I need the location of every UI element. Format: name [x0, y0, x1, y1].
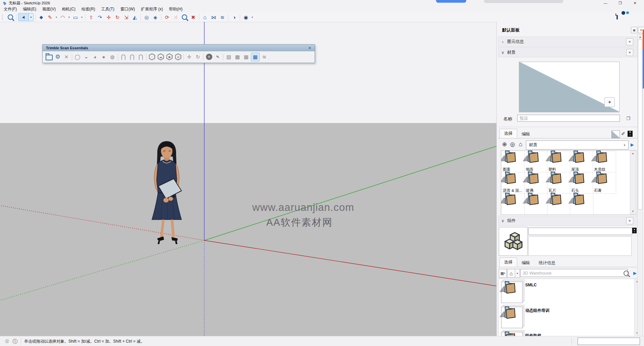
account-dropdown[interactable]: ▾ — [251, 16, 254, 19]
menu-extensions[interactable]: 扩展程序 (x) — [138, 6, 166, 12]
panel-pin-button[interactable]: ▣ — [631, 27, 637, 33]
rotate-point-cloud-button[interactable]: ↻ — [194, 53, 202, 61]
scan-inspect-button[interactable]: ◉ — [165, 53, 173, 61]
scale-tool[interactable]: ⇲ — [122, 13, 130, 21]
details-arrow-button[interactable]: ▶ — [629, 141, 636, 148]
close-button[interactable]: ✕ — [629, 0, 641, 6]
scroll-up-arrow[interactable]: ▲ — [638, 36, 643, 39]
zoom-extents-tool[interactable]: ✖ — [189, 13, 197, 21]
flip-along-tool[interactable]: ◭ — [131, 13, 139, 21]
mesh-active-button[interactable]: ▦ — [251, 53, 260, 61]
entity-info-section-header[interactable]: › 图元信息 ✕ — [498, 37, 643, 47]
menu-view[interactable]: 视图(V) — [39, 6, 59, 12]
arc-tool-dropdown[interactable]: ▾ — [67, 16, 71, 19]
component-item-label[interactable]: SMLC — [525, 283, 537, 287]
get-models-3d-warehouse-button[interactable]: ⌂ — [201, 13, 209, 21]
display-secondary-pane-button[interactable]: ▼ + — [628, 131, 633, 137]
tray-scrollbar-thumb[interactable] — [638, 40, 642, 210]
toolbar-drag-handle[interactable] — [2, 14, 4, 20]
mesh-simplify-button[interactable]: ▦ — [242, 53, 250, 61]
move-tool[interactable]: ✛ — [105, 13, 113, 21]
rotate-tool[interactable]: ↻ — [113, 13, 121, 21]
scan-settings-button[interactable]: ⚙ — [54, 53, 62, 61]
snap-disabled-button[interactable]: ⋂ — [119, 53, 127, 61]
scan-remove-button[interactable]: ✕ — [62, 53, 70, 61]
components-tab-statistics[interactable]: 统计信息 — [534, 259, 560, 267]
set-material-to-paint-button[interactable]: ◎ — [509, 140, 516, 148]
paint-bucket-tool[interactable]: ◈ — [151, 13, 159, 21]
point-density-full-button[interactable]: ● — [100, 53, 108, 61]
model-viewport[interactable]: www.aaruanjian.com AA软件素材网 Trimble Scan … — [0, 22, 496, 336]
point-cloud-region-button[interactable]: ☁ — [157, 53, 165, 61]
search-button[interactable] — [624, 271, 629, 277]
material-folder[interactable]: 木质纹 — [593, 151, 616, 173]
line-tool-dropdown[interactable]: ▾ — [55, 16, 58, 19]
materials-section-header[interactable]: ∨ 材质 ✕ — [498, 47, 643, 57]
select-tool-active[interactable]: ➤ ▾ — [18, 13, 34, 21]
geolocation-icon[interactable]: ☉ — [3, 336, 11, 346]
components-section-header[interactable]: ∨ 组件 ✕ — [498, 216, 643, 226]
scan-open-button[interactable] — [45, 53, 53, 61]
snap-partial-button[interactable]: ⋂ — [137, 53, 145, 61]
material-folder[interactable]: 沥青 & 混... — [501, 172, 525, 194]
materials-tab-edit[interactable]: 编辑 — [517, 130, 534, 138]
material-folder[interactable] — [570, 193, 593, 215]
components-tab-edit[interactable]: 编辑 — [517, 259, 534, 267]
add-location-button[interactable]: ◑ — [230, 13, 238, 21]
menu-file[interactable]: 文件(F) — [1, 6, 20, 12]
materials-grid-scrollbar[interactable]: ▲ ▼ — [630, 151, 636, 214]
scan-layers-button[interactable]: ≋ — [260, 53, 268, 61]
component-folder-thumb[interactable] — [501, 307, 523, 328]
component-secondary-pane-button[interactable]: ▼ + — [632, 228, 637, 233]
material-folder[interactable]: 瓦片 — [547, 172, 571, 194]
trimble-scan-essentials-toolbar[interactable]: Trimble Scan Essentials ✕ ⚙ ✕ ◯ ◒ ◕ ● ◍ … — [42, 44, 315, 63]
material-folder[interactable] — [524, 193, 548, 215]
orbit-tool[interactable]: ⟳ — [163, 13, 171, 21]
zoom-window-tool[interactable] — [6, 13, 14, 21]
entity-info-close-button[interactable]: ✕ — [626, 38, 633, 45]
mesh-dense-button[interactable]: ▩ — [233, 53, 241, 61]
move-point-cloud-button[interactable]: ✛ — [185, 53, 193, 61]
menu-help[interactable]: 帮助(H) — [166, 6, 186, 12]
components-close-button[interactable]: ✕ — [626, 217, 633, 224]
scan-toolbar-titlebar[interactable]: Trimble Scan Essentials ✕ — [43, 45, 315, 51]
scroll-down-arrow[interactable]: ▼ — [630, 210, 636, 213]
add-scan-point-button[interactable]: + — [205, 53, 213, 61]
pick-point-button[interactable]: ✒ — [212, 51, 223, 63]
eraser-tool[interactable]: ◆ — [37, 13, 45, 21]
measurement-input[interactable] — [578, 338, 640, 345]
material-folder[interactable]: 塑料 — [547, 151, 571, 173]
account-button[interactable]: ◉ — [242, 13, 250, 21]
info-icon[interactable]: ⓘ — [11, 336, 19, 346]
menu-tools[interactable]: 工具(T) — [98, 6, 117, 12]
scale-figure-person[interactable] — [143, 140, 193, 250]
menu-camera[interactable]: 相机(C) — [59, 6, 78, 12]
rectangle-tool[interactable]: ▭ — [71, 13, 79, 21]
scan-toolbar-close-button[interactable]: ✕ — [308, 46, 311, 50]
active-material-swatch[interactable] — [611, 130, 620, 138]
component-name-input[interactable] — [528, 228, 632, 235]
point-density-medium-button[interactable]: ◕ — [91, 53, 99, 61]
follow-me-tool[interactable]: ↷ — [96, 13, 104, 21]
material-folder[interactable] — [547, 193, 571, 215]
components-tab-select[interactable]: 选择 — [499, 257, 517, 267]
material-folder[interactable] — [501, 193, 525, 215]
new-document-button[interactable] — [616, 14, 618, 19]
limit-box-button[interactable]: ▫ — [148, 53, 156, 61]
line-tool[interactable]: ✎ — [46, 13, 54, 21]
material-folder[interactable]: 图案 — [501, 151, 525, 173]
tape-measure-tool[interactable]: ◎ — [143, 13, 151, 21]
component-item-label[interactable]: 动态组件培训 — [525, 308, 549, 313]
home-components-button[interactable]: ⌂ — [507, 269, 515, 278]
material-folder[interactable]: 屋顶 — [570, 151, 593, 173]
rectangle-tool-dropdown[interactable]: ▾ — [80, 16, 84, 19]
tray-scrollbar[interactable]: ▲ — [637, 34, 643, 337]
view-options-button[interactable]: ▦▾ — [499, 269, 507, 278]
menu-draw[interactable]: 绘图(R) — [78, 6, 98, 12]
arc-tool[interactable]: ◠ — [59, 13, 67, 21]
snap-enabled-button[interactable]: ⋂ — [128, 53, 136, 61]
material-folder[interactable]: 地面 — [524, 151, 548, 173]
materials-collection-dropdown[interactable]: 材质 ▾ — [526, 140, 629, 150]
menu-window[interactable]: 窗口(W) — [117, 6, 138, 12]
scroll-up-arrow[interactable]: ▲ — [630, 152, 636, 155]
